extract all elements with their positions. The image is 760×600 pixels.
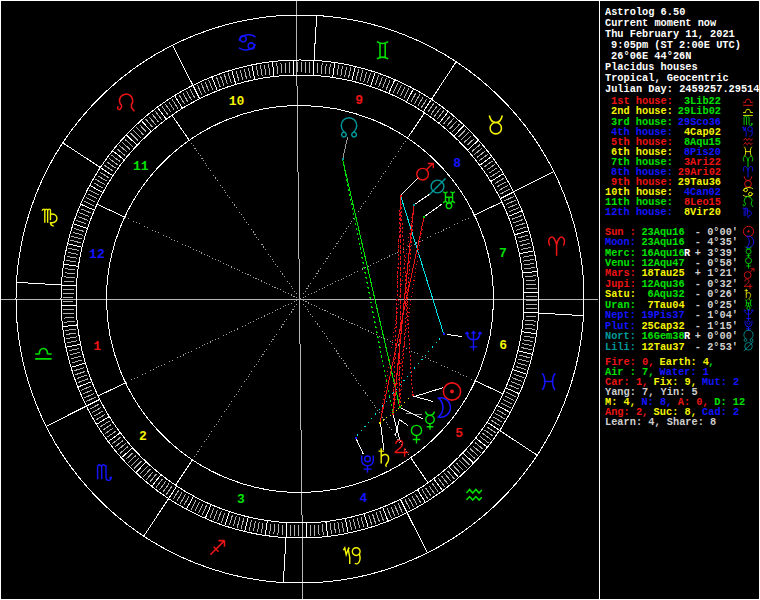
svg-text:7: 7 [499,246,507,261]
svg-text:8: 8 [453,156,461,171]
svg-text:5: 5 [455,426,463,441]
svg-text:11: 11 [133,159,149,174]
svg-text:9: 9 [355,93,363,108]
svg-text:12th house:8Vir20: 12th house:8Vir20 [605,206,721,218]
svg-text:2: 2 [139,429,147,444]
svg-text:Learn: 4, Share: 8: Learn: 4, Share: 8 [605,416,716,428]
svg-text:3: 3 [237,492,245,507]
svg-text:1: 1 [93,339,101,354]
svg-text:6: 6 [499,338,507,353]
svg-text:10: 10 [229,94,245,109]
svg-text:Lili:12Tau37- 2°53': Lili:12Tau37- 2°53' [605,341,738,353]
svg-text:Julian Day: 2459257.29514: Julian Day: 2459257.29514 [605,83,759,95]
svg-text:12: 12 [89,247,105,262]
svg-text:4: 4 [360,491,368,506]
